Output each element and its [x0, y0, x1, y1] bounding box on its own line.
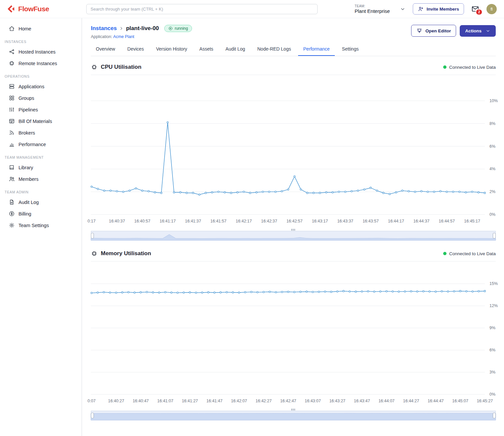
svg-text:15%: 15% — [489, 281, 498, 286]
sidebar-section-team-admin: TEAM ADMIN — [0, 185, 82, 196]
sidebar: HomeINSTANCESHosted InstancesRemote Inst… — [0, 18, 82, 436]
team-selector[interactable]: TEAM: Plant Enterprise — [354, 3, 406, 15]
svg-text:16:43:27: 16:43:27 — [329, 399, 345, 403]
memory-chart-title: Memory Utilisation — [101, 250, 151, 257]
team-name: Plant Enterprise — [355, 8, 390, 14]
tab-devices[interactable]: Devices — [122, 43, 149, 56]
home-icon — [9, 25, 15, 32]
memory-utilisation-section: Memory Utilisation Connected to Live Dat… — [91, 247, 496, 420]
tab-node-red-logs[interactable]: Node-RED Logs — [252, 43, 296, 56]
search-input[interactable] — [86, 4, 318, 14]
chevron-down-icon — [400, 6, 406, 12]
open-editor-icon — [416, 28, 422, 34]
user-add-icon — [418, 6, 424, 12]
svg-text:16:44:47: 16:44:47 — [428, 399, 444, 403]
svg-text:16:45:27: 16:45:27 — [477, 399, 493, 403]
sidebar-item-label: Brokers — [19, 130, 35, 136]
memory-chart-header: Memory Utilisation Connected to Live Dat… — [91, 247, 496, 261]
team-settings-icon — [9, 222, 15, 228]
topbar-right: TEAM: Plant Enterprise Invite Members 2 … — [354, 3, 497, 15]
sidebar-item-bill-of-materials[interactable]: Bill Of Materials — [0, 115, 82, 127]
sidebar-item-label: Hosted Instances — [19, 49, 56, 55]
sidebar-item-home[interactable]: Home — [0, 23, 82, 34]
sidebar-item-label: Home — [19, 26, 31, 31]
cpu-chart-range-slider[interactable] — [91, 228, 496, 240]
tab-assets[interactable]: Assets — [194, 43, 218, 56]
application-label: Application: — [91, 34, 112, 39]
svg-text:16:41:17: 16:41:17 — [160, 219, 176, 223]
topbar: FlowFuse TEAM: Plant Enterprise Invite M… — [0, 0, 504, 18]
sidebar-item-performance[interactable]: Performance — [0, 139, 82, 150]
page-header: Instances plant-live-00 running Applicat… — [91, 18, 496, 39]
sidebar-item-label: Billing — [19, 211, 31, 217]
application-line: Application: Acme Plant — [91, 34, 192, 39]
applications-icon — [9, 83, 15, 90]
cpu-chart-title: CPU Utilisation — [101, 64, 141, 70]
status-badge-label: running — [175, 26, 188, 31]
invite-members-button[interactable]: Invite Members — [413, 3, 464, 15]
notifications-button[interactable]: 2 — [471, 5, 480, 13]
sidebar-item-label: Audit Log — [19, 200, 39, 205]
tab-version-history[interactable]: Version History — [151, 43, 192, 56]
page-title: plant-live-00 — [126, 25, 159, 32]
sidebar-item-label: Library — [19, 165, 33, 170]
header-actions: Open Editor Actions — [411, 25, 496, 37]
svg-text:3%: 3% — [489, 370, 495, 375]
sidebar-item-groups[interactable]: Groups — [0, 92, 82, 104]
cpu-utilisation-section: CPU Utilisation Connected to Live Data 0… — [91, 60, 496, 240]
main-content: Instances plant-live-00 running Applicat… — [82, 18, 504, 436]
breadcrumb-separator-icon — [119, 26, 124, 31]
tab-audit-log[interactable]: Audit Log — [220, 43, 250, 56]
bom-icon — [9, 118, 15, 124]
cpu-live-label: Connected to Live Data — [449, 65, 496, 70]
sidebar-item-library[interactable]: Library — [0, 162, 82, 173]
svg-text:4%: 4% — [489, 167, 495, 171]
svg-text:0:07: 0:07 — [88, 399, 96, 403]
sidebar-item-remote-instances[interactable]: Remote Instances — [0, 58, 82, 69]
svg-text:16:42:47: 16:42:47 — [280, 399, 296, 403]
sidebar-item-pipelines[interactable]: Pipelines — [0, 104, 82, 115]
library-icon — [9, 164, 15, 171]
sidebar-item-team-settings[interactable]: Team Settings — [0, 219, 82, 231]
breadcrumb-instances-link[interactable]: Instances — [91, 25, 117, 32]
open-editor-button[interactable]: Open Editor — [411, 25, 456, 37]
sidebar-section-team-management: TEAM MANAGEMENT — [0, 150, 82, 162]
sidebar-item-label: Remote Instances — [19, 61, 57, 66]
sidebar-item-audit-log[interactable]: Audit Log — [0, 196, 82, 208]
chevron-down-icon — [485, 28, 490, 33]
live-indicator-dot-icon — [443, 65, 446, 69]
svg-text:9%: 9% — [489, 326, 495, 330]
tab-settings[interactable]: Settings — [337, 43, 364, 56]
brand[interactable]: FlowFuse — [0, 5, 82, 14]
play-circle-icon — [168, 26, 173, 31]
memory-live-status: Connected to Live Data — [443, 251, 496, 256]
svg-text:16:44:37: 16:44:37 — [413, 219, 430, 223]
svg-text:8%: 8% — [489, 121, 495, 126]
sidebar-item-hosted-instances[interactable]: Hosted Instances — [0, 46, 82, 58]
avatar[interactable]: fl — [486, 4, 497, 14]
sidebar-item-brokers[interactable]: Brokers — [0, 127, 82, 139]
svg-text:16:40:37: 16:40:37 — [109, 219, 125, 223]
notification-badge: 2 — [476, 9, 483, 15]
tab-performance[interactable]: Performance — [298, 43, 334, 56]
tab-overview[interactable]: Overview — [91, 43, 120, 56]
svg-text:16:41:37: 16:41:37 — [185, 219, 201, 223]
memory-chart-range-slider[interactable] — [91, 408, 496, 420]
tab-bar: OverviewDevicesVersion HistoryAssetsAudi… — [91, 43, 496, 56]
sidebar-item-billing[interactable]: Billing — [0, 208, 82, 219]
svg-text:2%: 2% — [489, 189, 495, 194]
svg-text:6%: 6% — [489, 348, 495, 352]
svg-text:16:41:57: 16:41:57 — [211, 219, 227, 223]
cpu-chip-icon — [91, 64, 97, 70]
sidebar-item-label: Pipelines — [19, 107, 38, 112]
sidebar-item-label: Members — [19, 177, 38, 182]
sidebar-item-applications[interactable]: Applications — [0, 81, 82, 92]
sidebar-item-label: Bill Of Materials — [19, 119, 52, 124]
brand-name: FlowFuse — [18, 5, 49, 13]
application-link[interactable]: Acme Plant — [113, 34, 134, 39]
svg-text:16:41:27: 16:41:27 — [182, 399, 198, 403]
memory-chip-icon — [91, 250, 97, 257]
actions-button[interactable]: Actions — [460, 25, 496, 37]
svg-text:16:43:17: 16:43:17 — [312, 219, 328, 223]
sidebar-item-members[interactable]: Members — [0, 173, 82, 185]
